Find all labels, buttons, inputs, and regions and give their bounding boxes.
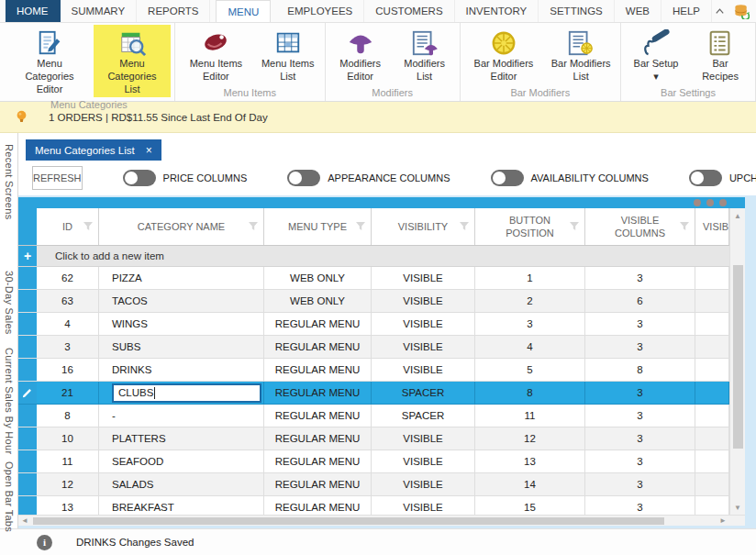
cell-category-name[interactable]: WINGS xyxy=(99,313,264,335)
cell-category-name[interactable]: DRINKS xyxy=(99,359,264,381)
column-header-visible-columns[interactable]: VISIBLE COLUMNS xyxy=(585,208,695,245)
cell-menu-type[interactable]: REGULAR MENU xyxy=(264,473,372,495)
menu-items-editor-button[interactable]: Menu Items Editor xyxy=(179,25,253,85)
cell-menu-type[interactable]: REGULAR MENU xyxy=(264,450,372,472)
refresh-button[interactable]: REFRESH xyxy=(32,166,83,190)
toggle-switch[interactable] xyxy=(287,170,320,186)
collapse-ribbon-icon[interactable] xyxy=(712,4,728,19)
tab-home[interactable]: HOME xyxy=(6,0,61,22)
modifiers-editor-button[interactable]: Modifiers Editor xyxy=(329,25,392,85)
tab-menu-categories-list[interactable]: Menu Categories List × xyxy=(26,139,161,161)
close-icon[interactable]: × xyxy=(146,144,152,157)
cell-id[interactable]: 4 xyxy=(37,313,99,335)
cell-visibility[interactable]: SPACER xyxy=(372,405,475,427)
cell-id[interactable]: 3 xyxy=(37,336,99,358)
cell-menu-type[interactable]: REGULAR MENU xyxy=(264,336,372,358)
menu-categories-list-button[interactable]: Menu Categories List xyxy=(94,25,171,97)
cell-extra[interactable] xyxy=(695,290,729,312)
cell-extra[interactable] xyxy=(695,405,729,427)
cell-visible-columns[interactable]: 3 xyxy=(585,450,695,472)
tab-settings[interactable]: SETTINGS xyxy=(539,0,615,22)
cell-extra[interactable] xyxy=(695,336,729,358)
cell-extra[interactable] xyxy=(695,496,729,515)
modifiers-list-button[interactable]: Modifiers List xyxy=(394,25,456,85)
cell-menu-type[interactable]: REGULAR MENU xyxy=(264,496,372,515)
cell-visibility[interactable]: VISIBLE xyxy=(372,290,475,312)
cell-visibility[interactable]: VISIBLE xyxy=(372,427,475,450)
cell-category-name[interactable]: SEAFOOD xyxy=(99,450,264,472)
tab-web[interactable]: WEB xyxy=(615,0,662,22)
cell-visible-columns[interactable]: 3 xyxy=(585,496,695,515)
cell-button-position[interactable]: 14 xyxy=(475,473,585,495)
cell-menu-type[interactable]: REGULAR MENU xyxy=(264,405,372,427)
scroll-up-arrow[interactable]: ▲ xyxy=(730,208,745,223)
cell-id[interactable]: 16 xyxy=(37,359,99,381)
cell-button-position[interactable]: 12 xyxy=(475,427,585,450)
cell-button-position[interactable]: 5 xyxy=(475,359,585,381)
sidebar-item-30-day-sales[interactable]: 30-Day Sales xyxy=(4,271,15,335)
cell-visibility[interactable]: SPACER xyxy=(372,382,475,404)
table-row[interactable]: 12SALADSREGULAR MENUVISIBLE143 xyxy=(18,473,729,496)
horizontal-scrollbar[interactable]: ◄ ► xyxy=(18,515,745,526)
table-row[interactable]: 63TACOSWEB ONLYVISIBLE26 xyxy=(18,290,729,313)
sidebar-item-current-sales-by-hour[interactable]: Current Sales By Hour xyxy=(4,348,15,454)
menu-categories-editor-button[interactable]: Menu Categories Editor xyxy=(7,25,92,97)
cell-id[interactable]: 62 xyxy=(37,267,99,289)
add-new-item-row[interactable]: + Click to add a new item xyxy=(18,246,729,267)
cell-visibility[interactable]: VISIBLE xyxy=(372,473,475,495)
cell-visible-columns[interactable]: 3 xyxy=(585,336,695,358)
table-row[interactable]: 16DRINKSREGULAR MENUVISIBLE58 xyxy=(18,359,729,382)
column-header-visible[interactable]: VISIBLE xyxy=(695,208,729,245)
cell-extra[interactable] xyxy=(695,382,729,404)
cell-visibility[interactable]: VISIBLE xyxy=(372,359,475,381)
cell-category-name[interactable]: CLUBS xyxy=(99,382,264,404)
cell-menu-type[interactable]: REGULAR MENU xyxy=(264,359,372,381)
category-name-edit-input[interactable]: CLUBS xyxy=(112,383,261,403)
cell-menu-type[interactable]: WEB ONLY xyxy=(264,267,372,289)
cell-extra[interactable] xyxy=(695,450,729,472)
cell-visibility[interactable]: VISIBLE xyxy=(372,313,475,335)
tab-help[interactable]: HELP xyxy=(662,0,712,22)
cell-visibility[interactable]: VISIBLE xyxy=(372,267,475,289)
column-header-id[interactable]: ID xyxy=(37,208,99,245)
cell-category-name[interactable]: - xyxy=(99,405,264,427)
bar-modifiers-list-button[interactable]: Bar Modifiers List xyxy=(545,25,617,85)
table-row[interactable]: 21CLUBSREGULAR MENUSPACER83 xyxy=(18,382,729,405)
bar-recipes-button[interactable]: Bar Recipes xyxy=(689,25,751,85)
cell-visible-columns[interactable]: 3 xyxy=(585,473,695,495)
cell-menu-type[interactable]: WEB ONLY xyxy=(264,290,372,312)
tab-reports[interactable]: REPORTS xyxy=(137,0,210,22)
horizontal-scroll-thumb[interactable] xyxy=(33,517,664,525)
toggle-switch[interactable] xyxy=(123,170,156,186)
column-header-button-position[interactable]: BUTTON POSITION xyxy=(475,208,585,245)
vertical-scrollbar[interactable]: ▲ ▼ xyxy=(729,208,745,515)
vertical-scroll-thumb[interactable] xyxy=(733,265,743,449)
bar-setup-button[interactable]: Bar Setup ▾ xyxy=(625,25,687,85)
column-header-menu-type[interactable]: MENU TYPE xyxy=(264,208,372,245)
table-row[interactable]: 10PLATTERSREGULAR MENUVISIBLE123 xyxy=(18,427,729,450)
cell-button-position[interactable]: 15 xyxy=(475,496,585,515)
cell-menu-type[interactable]: REGULAR MENU xyxy=(264,313,372,335)
cell-visible-columns[interactable]: 3 xyxy=(585,313,695,335)
filter-icon[interactable] xyxy=(83,221,94,232)
filter-icon[interactable] xyxy=(569,221,580,232)
cell-visibility[interactable]: VISIBLE xyxy=(372,336,475,358)
tab-customers[interactable]: CUSTOMERS xyxy=(364,0,454,22)
scroll-right-arrow[interactable]: ► xyxy=(717,516,729,525)
filter-icon[interactable] xyxy=(679,221,690,232)
filter-icon[interactable] xyxy=(355,221,366,232)
column-header-visibility[interactable]: VISIBILITY xyxy=(372,208,475,245)
toggle-switch[interactable] xyxy=(689,170,722,186)
cell-visible-columns[interactable]: 3 xyxy=(585,405,695,427)
cell-extra[interactable] xyxy=(695,359,729,381)
database-sync-icon[interactable] xyxy=(734,4,750,19)
cell-visible-columns[interactable]: 3 xyxy=(585,267,695,289)
cell-id[interactable]: 10 xyxy=(37,427,99,450)
table-row[interactable]: 4WINGSREGULAR MENUVISIBLE33 xyxy=(18,313,729,336)
cell-visible-columns[interactable]: 6 xyxy=(585,290,695,312)
cell-category-name[interactable]: PLATTERS xyxy=(99,427,264,450)
cell-visibility[interactable]: VISIBLE xyxy=(372,450,475,472)
cell-menu-type[interactable]: REGULAR MENU xyxy=(264,382,372,404)
cell-button-position[interactable]: 3 xyxy=(475,313,585,335)
cell-extra[interactable] xyxy=(695,427,729,450)
